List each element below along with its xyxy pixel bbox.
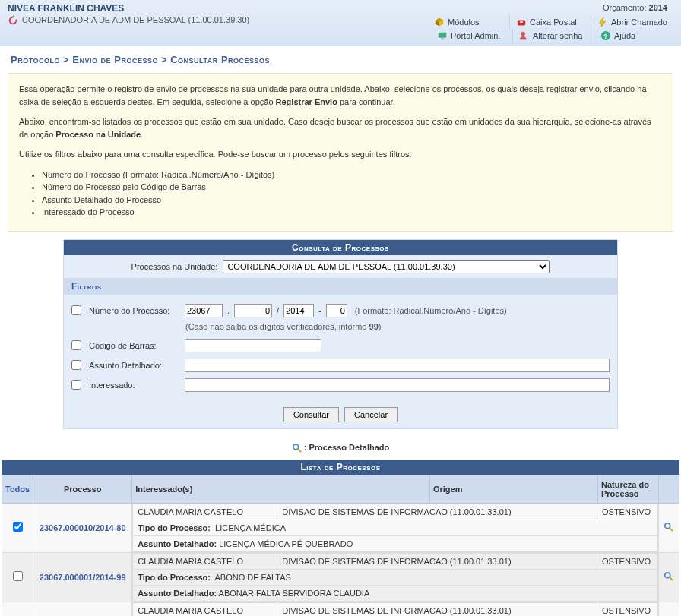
portal-admin-label: Portal Admin. — [451, 31, 500, 40]
interessado-input[interactable] — [185, 378, 610, 392]
table-row: 23067.000010/2014-80CLAUDIA MARIA CASTEL… — [2, 503, 679, 552]
magnifier-icon — [292, 443, 302, 453]
portal-admin-link[interactable]: Portal Admin. — [431, 29, 511, 43]
unit-select[interactable]: COORDENADORIA DE ADM DE PESSOAL (11.00.0… — [223, 260, 550, 273]
row-assunto: Assunto Detalhado: ABONAR FALTA SERVIDOR… — [133, 585, 658, 601]
row-interessado: CLAUDIA MARIA CASTELO — [133, 602, 277, 616]
table-header-row: Todos Processo Interessado(s) Origem Nat… — [2, 475, 679, 503]
row-checkbox[interactable] — [13, 522, 23, 532]
lightning-icon — [597, 17, 608, 27]
row-natureza: OSTENSIVO — [597, 504, 658, 520]
caixa-postal-label: Caixa Postal — [530, 17, 577, 27]
instruction-p3: Utilize os filtros abaixo para uma consu… — [19, 148, 662, 161]
links-row-2: Portal Admin. Alterar senha ? Ajuda — [431, 29, 673, 43]
user-department: COORDENADORIA DE ADM DE PESSOAL (11.00.0… — [8, 15, 249, 26]
alterar-senha-label: Alterar senha — [533, 31, 582, 40]
inst-p1c: para continuar. — [337, 97, 395, 106]
svg-text:?: ? — [603, 33, 607, 40]
row-interessado: CLAUDIA MARIA CASTELO — [133, 553, 277, 569]
consulta-buttons: Consultar Cancelar — [64, 401, 617, 428]
svg-point-11 — [665, 572, 670, 577]
ajuda-link[interactable]: ? Ajuda — [594, 29, 673, 43]
box-icon — [434, 17, 445, 27]
row-tipo: Tipo do Processo: LICENÇA MÉDICA — [133, 520, 658, 535]
cancelar-button[interactable]: Cancelar — [344, 407, 398, 422]
row-origem: DIVISAO DE SISTEMAS DE INFORMACAO (11.00… — [277, 553, 597, 569]
numero-checkbox[interactable] — [71, 305, 81, 315]
legend-text: : Processo Detalhado — [304, 443, 389, 452]
processos-table: Todos Processo Interessado(s) Origem Nat… — [2, 475, 679, 616]
top-right: Orçamento: 2014 Módulos Caixa Postal Abr… — [428, 3, 673, 43]
inst-li4: Interessado do Processo — [42, 206, 662, 219]
interessado-checkbox[interactable] — [71, 380, 81, 390]
processo-link[interactable]: 23067.024293/2013-74 — [33, 602, 132, 616]
instruction-p2: Abaixo, encontram-se listados os process… — [19, 115, 662, 141]
instruction-p1: Essa operação permite o registro de envi… — [19, 83, 662, 108]
header-action — [659, 475, 679, 503]
inst-p2c: . — [141, 130, 143, 139]
row-assunto: Assunto Detalhado: LICENÇA MÉDICA PÉ QUE… — [133, 535, 658, 551]
caixa-postal-link[interactable]: Caixa Postal — [509, 15, 589, 29]
digits-hint-b: 99 — [369, 322, 379, 331]
header-origem: Origem — [429, 475, 597, 503]
detail-action[interactable] — [659, 503, 679, 552]
inst-li1: Número do Processo (Formato: Radical.Núm… — [42, 169, 662, 182]
inst-li2: Número do Processo pelo Código de Barras — [42, 181, 662, 194]
codigo-checkbox[interactable] — [71, 340, 81, 350]
assunto-checkbox[interactable] — [71, 360, 81, 370]
row-checkbox-cell — [2, 552, 33, 602]
interessado-label: Interessado: — [89, 381, 180, 390]
instruction-box: Essa operação permite o registro de envi… — [8, 73, 673, 232]
lista-title: Lista de Processos — [2, 460, 679, 475]
breadcrumb: Protocolo > Envio de Processo > Consulta… — [0, 46, 681, 70]
unit-label: Processos na Unidade: — [131, 262, 218, 271]
row-checkbox-cell — [2, 602, 33, 616]
mailbox-icon — [516, 17, 527, 27]
legend: : Processo Detalhado — [0, 437, 681, 460]
svg-point-9 — [665, 523, 670, 528]
consultar-button[interactable]: Consultar — [283, 407, 339, 422]
numero-label: Número do Processo: — [89, 306, 180, 315]
table-row: 23067.024293/2013-74CLAUDIA MARIA CASTEL… — [2, 602, 679, 616]
user-info: NIVEA FRANKLIN CHAVES COORDENADORIA DE A… — [8, 3, 249, 26]
header-todos[interactable]: Todos — [2, 475, 33, 503]
num-numero-input[interactable] — [234, 304, 272, 317]
svg-rect-2 — [439, 33, 447, 38]
user-name: NIVEA FRANKLIN CHAVES — [8, 3, 249, 14]
lista-box: Lista de Processos Todos Processo Intere… — [2, 460, 679, 616]
num-digito-input[interactable] — [326, 304, 347, 317]
processo-link[interactable]: 23067.000010/2014-80 — [33, 503, 132, 552]
row-details: CLAUDIA MARIA CASTELODIVISAO DE SISTEMAS… — [132, 503, 659, 552]
abrir-chamado-link[interactable]: Abrir Chamado — [591, 15, 673, 29]
orcamento: Orçamento: 2014 — [603, 3, 673, 12]
num-ano-input[interactable] — [283, 304, 314, 317]
detail-action[interactable] — [659, 552, 679, 602]
filtro-assunto-row: Assunto Detalhado: — [71, 355, 610, 375]
help-icon: ? — [600, 30, 611, 41]
row-checkbox[interactable] — [13, 571, 23, 581]
modulos-link[interactable]: Módulos — [428, 15, 508, 29]
table-row: 23067.000001/2014-99CLAUDIA MARIA CASTEL… — [2, 552, 679, 602]
abrir-chamado-label: Abrir Chamado — [611, 17, 667, 27]
alterar-senha-link[interactable]: Alterar senha — [512, 29, 592, 43]
detail-action[interactable] — [659, 602, 679, 616]
row-origem: DIVISAO DE SISTEMAS DE INFORMACAO (11.00… — [277, 602, 597, 616]
row-interessado: CLAUDIA MARIA CASTELO — [133, 504, 277, 520]
num-radical-input[interactable] — [185, 304, 223, 317]
digits-hint-c: ) — [379, 322, 382, 331]
inst-p1b: Registrar Envio — [276, 97, 337, 106]
assunto-input[interactable] — [185, 359, 610, 372]
header-interessado: Interessado(s) — [132, 475, 430, 503]
orcamento-year: 2014 — [649, 3, 667, 12]
svg-rect-3 — [441, 39, 444, 40]
svg-line-10 — [670, 527, 673, 530]
row-tipo: Tipo do Processo: ABONO DE FALTAS — [133, 569, 658, 585]
filtro-numero-row: Número do Processo: . / - (Formato: Radi… — [71, 301, 610, 321]
svg-line-12 — [670, 577, 673, 580]
refresh-icon[interactable] — [8, 15, 18, 26]
codigo-label: Código de Barras: — [89, 341, 180, 350]
codigo-input[interactable] — [185, 339, 321, 352]
svg-line-8 — [298, 448, 301, 451]
orcamento-label: Orçamento: — [603, 3, 646, 12]
processo-link[interactable]: 23067.000001/2014-99 — [33, 552, 132, 602]
